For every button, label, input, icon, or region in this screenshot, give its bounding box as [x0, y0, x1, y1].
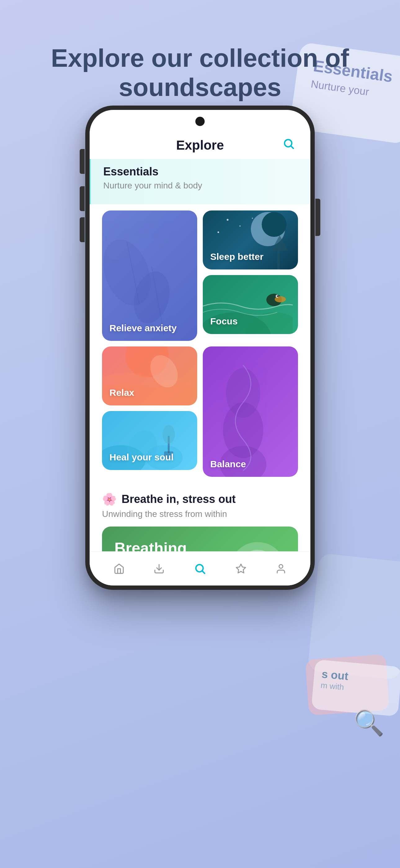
nav-stats[interactable] [235, 563, 246, 574]
svg-marker-37 [236, 564, 245, 573]
svg-point-38 [279, 564, 283, 568]
svg-point-11 [262, 212, 287, 237]
header-title: Explore [176, 138, 224, 153]
card-sleep-better[interactable]: Sleep better [203, 211, 298, 270]
section1-header-bar: Essentials Nurture your mind & body [90, 159, 310, 204]
svg-line-1 [291, 146, 293, 148]
phone-container: Explore Essentials Nurture your mind & b… [85, 105, 315, 788]
section2-header: 🌸 Breathe in, stress out [102, 492, 298, 506]
svg-point-29 [163, 425, 175, 444]
card-focus[interactable]: Focus [203, 275, 298, 334]
bottom-nav [90, 551, 310, 586]
section1-subtitle: Nurture your mind & body [103, 181, 298, 191]
app-header: Explore [90, 132, 310, 159]
card-label-heal: Heal your soul [109, 452, 174, 463]
svg-point-22 [277, 295, 279, 297]
page-headline: Explore our collection of soundscapes [0, 43, 400, 102]
section2-title: Breathe in, stress out [122, 493, 236, 506]
camera-notch [195, 117, 205, 126]
card-label-relax: Relax [109, 388, 134, 398]
svg-point-15 [252, 218, 253, 219]
bg-card-stress: s out m with [311, 659, 400, 716]
card-relax[interactable]: Relax [102, 346, 197, 405]
nav-explore[interactable] [194, 562, 206, 575]
section2-emoji: 🌸 [102, 492, 116, 506]
cards-grid-2: Relax [102, 346, 298, 477]
cards-grid: Relieve anxiety [102, 211, 298, 341]
svg-line-36 [202, 571, 205, 573]
card-label-balance: Balance [210, 459, 246, 469]
screen-content: Explore Essentials Nurture your mind & b… [90, 110, 310, 586]
nav-profile[interactable] [275, 563, 287, 574]
card-heal-soul[interactable]: Heal your soul [102, 411, 197, 470]
search-button[interactable] [282, 137, 295, 153]
card-label-focus: Focus [210, 316, 237, 327]
svg-point-8 [159, 243, 163, 246]
section1-cards: Relieve anxiety [90, 211, 310, 483]
svg-point-12 [227, 219, 229, 221]
svg-point-13 [239, 225, 241, 227]
phone-screen: Explore Essentials Nurture your mind & b… [90, 110, 310, 586]
svg-point-7 [152, 233, 157, 238]
card-label-relieve: Relieve anxiety [109, 323, 177, 333]
card-label-sleep: Sleep better [210, 251, 264, 262]
card-deco-relieve [102, 211, 197, 341]
nav-download[interactable] [154, 563, 165, 574]
card-relieve-anxiety[interactable]: Relieve anxiety [102, 211, 197, 341]
svg-point-14 [218, 231, 219, 233]
phone-frame: Explore Essentials Nurture your mind & b… [85, 105, 315, 590]
section2-subtitle: Unwinding the stress from within [102, 509, 298, 519]
bg-search-icon: 🔍 [354, 708, 385, 738]
card-balance[interactable]: Balance [203, 346, 298, 477]
nav-home[interactable] [113, 563, 125, 574]
card-deco-balance [203, 346, 298, 477]
svg-point-18 [246, 312, 293, 334]
section1-title: Essentials [103, 165, 298, 178]
svg-point-9 [165, 238, 169, 242]
